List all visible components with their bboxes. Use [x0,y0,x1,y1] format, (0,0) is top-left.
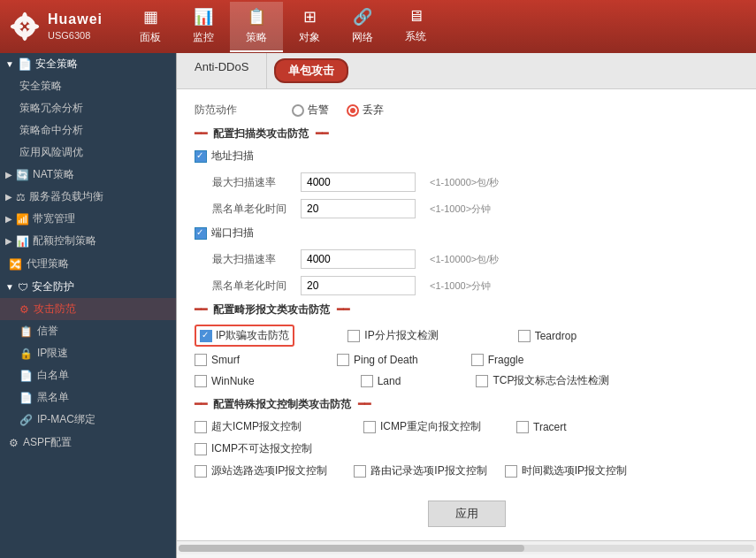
attack-icon: ⚙ [19,303,29,316]
discard-radio-circle [347,104,359,117]
tracert-item[interactable]: Tracert [516,421,567,433]
large-icmp-item[interactable]: 超大ICMP报文控制 [195,419,302,434]
ip-fragment-item[interactable]: IP分片报文检测 [347,328,438,343]
land-item[interactable]: Land [361,375,401,387]
sidebar-item-app-risk[interactable]: 应用风险调优 [0,141,176,164]
max-port-scan-rate-input[interactable] [301,249,416,269]
sidebar-aspf-label: ASPF配置 [23,435,72,450]
tcp-flag-item[interactable]: TCP报文标志合法性检测 [476,373,609,388]
sidebar-attack-label: 攻击防范 [34,302,76,317]
expand-icon-nat: ▶ [5,170,12,180]
sidebar-security-policy-label: 安全策略 [35,57,78,72]
malformed-row1: IP欺骗攻击防范 IP分片报文检测 Teardrop [195,325,738,347]
source-route-item[interactable]: 源站选路选项IP报文控制 [195,463,327,478]
sidebar-section-security-policy[interactable]: ▼ 📄 安全策略 [0,53,176,75]
sidebar-item-hit-analysis[interactable]: 策略命中分析 [0,119,176,141]
icmp-redirect-item[interactable]: ICMP重定向报文控制 [363,419,481,434]
sidebar-item-blacklist[interactable]: 📄 黑名单 [0,386,176,409]
special-row3: 源站选路选项IP报文控制 路由记录选项IP报文控制 时间戳选项IP报文控制 [195,463,738,478]
icmp-unreachable-label: ICMP不可达报文控制 [211,441,312,456]
fraggle-checkbox [471,354,484,366]
nav-strategy-label: 策略 [246,30,267,45]
timestamp-route-checkbox [505,465,517,478]
scrollbar-area[interactable] [177,540,756,554]
winnuke-item[interactable]: WinNuke [195,375,255,387]
sidebar-item-proxy[interactable]: 🔀 代理策略 [0,252,176,276]
nav-system[interactable]: 🖥 系统 [389,2,442,52]
network-icon: 🔗 [353,7,372,27]
sidebar-item-redundancy[interactable]: 策略冗余分析 [0,97,176,119]
icmp-unreachable-item[interactable]: ICMP不可达报文控制 [195,441,312,456]
ip-fragment-checkbox [347,330,360,342]
tab-single-packet-label: 单包攻击 [288,64,334,77]
apply-button[interactable]: 应用 [428,501,506,527]
record-route-label: 路由记录选项IP报文控制 [370,463,486,478]
max-port-scan-rate-hint: <1-10000>包/秒 [430,253,499,266]
timestamp-route-item[interactable]: 时间戳选项IP报文控制 [505,463,627,478]
record-route-item[interactable]: 路由记录选项IP报文控制 [354,463,486,478]
port-scan-checkbox-item[interactable]: 端口扫描 [195,225,254,241]
content-area: Anti-DDoS 单包攻击 防范动作 告警 丢弃 [177,53,756,558]
sidebar-section-security-defense[interactable]: ▼ 🛡 安全防护 [0,276,176,298]
nav-dashboard-label: 面板 [140,30,161,45]
proxy-icon: 🔀 [9,258,22,271]
prevention-action-row: 防范动作 告警 丢弃 [195,103,738,118]
ip-spoof-item[interactable]: IP欺骗攻击防范 [195,325,294,347]
sidebar-section-bandwidth[interactable]: ▶ 📶 带宽管理 [0,208,176,230]
scrollbar-thumb [179,545,524,552]
nav-dashboard[interactable]: ▦ 面板 [124,2,177,52]
discard-radio[interactable]: 丢弃 [347,103,384,118]
fraggle-item[interactable]: Fraggle [471,354,524,366]
blacklist-aging-input[interactable] [301,199,416,218]
smurf-label: Smurf [211,354,240,366]
expand-icon-qos: ▶ [5,236,12,246]
port-blacklist-aging-input[interactable] [301,276,416,295]
icmp-unreachable-checkbox [195,443,207,455]
tab-anti-ddos[interactable]: Anti-DDoS [177,53,267,88]
special-row2: ICMP不可达报文控制 [195,441,738,456]
scan-section-icon-end: ━━ [316,127,328,140]
sidebar-item-ip-mac[interactable]: 🔗 IP-MAC绑定 [0,409,176,431]
sidebar-item-whitelist[interactable]: 📄 白名单 [0,364,176,386]
ip-spoof-label: IP欺骗攻击防范 [216,328,289,343]
nav-network[interactable]: 🔗 网络 [336,2,389,52]
address-scan-sub: 最大扫描速率 <1-10000>包/秒 黑名单老化时间 <1-1000>分钟 [212,172,738,218]
nav-object[interactable]: ⊞ 对象 [283,2,336,52]
sidebar-section-nat[interactable]: ▶ 🔄 NAT策略 [0,164,176,186]
sidebar-reputation-label: 信誉 [37,324,58,339]
max-scan-rate-input[interactable] [301,172,416,192]
nav-items: ▦ 面板 📊 监控 📋 策略 ⊞ 对象 🔗 网络 🖥 系统 [124,2,747,52]
nav-monitor[interactable]: 📊 监控 [177,2,230,52]
sidebar-item-aspf[interactable]: ⚙ ASPF配置 [0,431,176,455]
scan-section-title: ━━ 配置扫描类攻击防范 ━━ [195,126,738,141]
large-icmp-checkbox [195,421,207,433]
ping-of-death-item[interactable]: Ping of Death [337,354,418,366]
huawei-logo [9,11,41,42]
sidebar-section-qos[interactable]: ▶ 📊 配额控制策略 [0,230,176,252]
fraggle-label: Fraggle [488,354,524,366]
sidebar-item-ip-limit[interactable]: 🔒 IP限速 [0,342,176,364]
nav-strategy[interactable]: 📋 策略 [230,2,283,52]
icmp-redirect-checkbox [363,421,376,433]
port-scan-checkbox [195,227,207,240]
sidebar-section-server-lb[interactable]: ▶ ⚖ 服务器负载均衡 [0,186,176,208]
sidebar-lb-label: 服务器负载均衡 [29,189,103,204]
expand-icon: ▼ [5,59,14,69]
source-route-label: 源站选路选项IP报文控制 [211,463,327,478]
brand-name: Huawei [48,11,103,29]
sidebar-item-attack-defense[interactable]: ⚙ 攻击防范 [0,298,176,320]
address-scan-checkbox-item[interactable]: 地址扫描 [195,149,254,164]
sidebar-bw-label: 带宽管理 [33,211,75,226]
teardrop-item[interactable]: Teardrop [518,330,577,342]
expand-icon-lb: ▶ [5,192,12,202]
logo-text: Huawei USG6308 [48,11,103,42]
expand-icon-bw: ▶ [5,214,12,224]
blacklist-aging-label: 黑名单老化时间 [212,202,292,217]
sidebar-item-reputation[interactable]: 📋 信誉 [0,320,176,342]
alert-radio[interactable]: 告警 [292,103,329,118]
sidebar-item-sec-policy[interactable]: 安全策略 [0,75,176,97]
tab-single-packet[interactable]: 单包攻击 [274,58,348,83]
monitor-icon: 📊 [194,7,213,27]
smurf-item[interactable]: Smurf [195,354,240,366]
teardrop-checkbox [518,330,531,342]
